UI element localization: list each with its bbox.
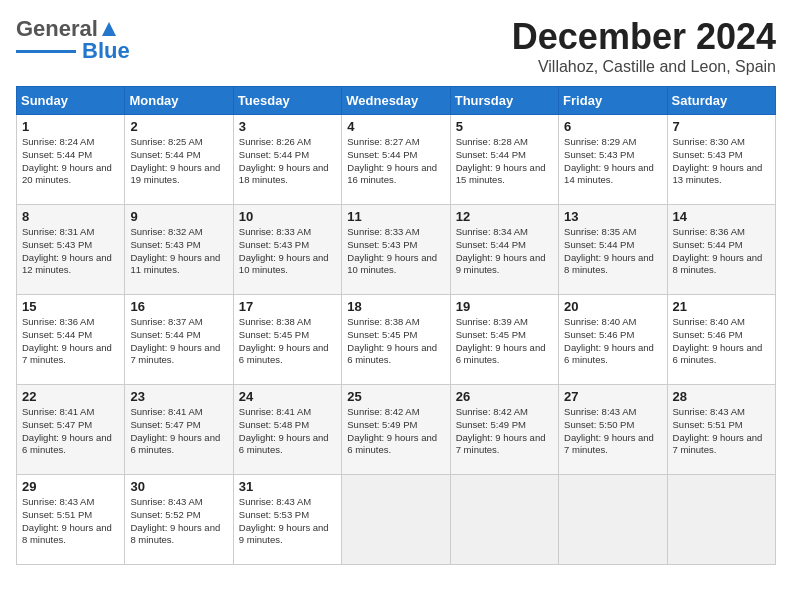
day-info: Sunrise: 8:40 AM Sunset: 5:46 PM Dayligh… bbox=[673, 316, 770, 367]
logo: General Blue bbox=[16, 16, 130, 64]
day-number: 26 bbox=[456, 389, 553, 404]
day-number: 31 bbox=[239, 479, 336, 494]
day-number: 12 bbox=[456, 209, 553, 224]
day-info: Sunrise: 8:43 AM Sunset: 5:52 PM Dayligh… bbox=[130, 496, 227, 547]
day-info: Sunrise: 8:30 AM Sunset: 5:43 PM Dayligh… bbox=[673, 136, 770, 187]
calendar-cell: 13Sunrise: 8:35 AM Sunset: 5:44 PM Dayli… bbox=[559, 205, 667, 295]
day-number: 28 bbox=[673, 389, 770, 404]
day-info: Sunrise: 8:29 AM Sunset: 5:43 PM Dayligh… bbox=[564, 136, 661, 187]
calendar-cell: 12Sunrise: 8:34 AM Sunset: 5:44 PM Dayli… bbox=[450, 205, 558, 295]
calendar-cell: 31Sunrise: 8:43 AM Sunset: 5:53 PM Dayli… bbox=[233, 475, 341, 565]
calendar-cell bbox=[559, 475, 667, 565]
calendar-week-3: 15Sunrise: 8:36 AM Sunset: 5:44 PM Dayli… bbox=[17, 295, 776, 385]
day-header-tuesday: Tuesday bbox=[233, 87, 341, 115]
day-info: Sunrise: 8:43 AM Sunset: 5:53 PM Dayligh… bbox=[239, 496, 336, 547]
day-info: Sunrise: 8:25 AM Sunset: 5:44 PM Dayligh… bbox=[130, 136, 227, 187]
day-header-monday: Monday bbox=[125, 87, 233, 115]
svg-marker-0 bbox=[102, 22, 116, 36]
calendar-week-4: 22Sunrise: 8:41 AM Sunset: 5:47 PM Dayli… bbox=[17, 385, 776, 475]
calendar-table: SundayMondayTuesdayWednesdayThursdayFrid… bbox=[16, 86, 776, 565]
day-number: 24 bbox=[239, 389, 336, 404]
day-number: 16 bbox=[130, 299, 227, 314]
day-info: Sunrise: 8:28 AM Sunset: 5:44 PM Dayligh… bbox=[456, 136, 553, 187]
day-info: Sunrise: 8:36 AM Sunset: 5:44 PM Dayligh… bbox=[22, 316, 119, 367]
calendar-cell: 2Sunrise: 8:25 AM Sunset: 5:44 PM Daylig… bbox=[125, 115, 233, 205]
day-info: Sunrise: 8:32 AM Sunset: 5:43 PM Dayligh… bbox=[130, 226, 227, 277]
day-number: 30 bbox=[130, 479, 227, 494]
day-info: Sunrise: 8:26 AM Sunset: 5:44 PM Dayligh… bbox=[239, 136, 336, 187]
day-number: 18 bbox=[347, 299, 444, 314]
day-header-friday: Friday bbox=[559, 87, 667, 115]
calendar-cell: 4Sunrise: 8:27 AM Sunset: 5:44 PM Daylig… bbox=[342, 115, 450, 205]
day-number: 23 bbox=[130, 389, 227, 404]
logo-icon bbox=[100, 20, 118, 38]
month-title: December 2024 bbox=[512, 16, 776, 58]
calendar-cell: 14Sunrise: 8:36 AM Sunset: 5:44 PM Dayli… bbox=[667, 205, 775, 295]
day-info: Sunrise: 8:41 AM Sunset: 5:47 PM Dayligh… bbox=[22, 406, 119, 457]
day-info: Sunrise: 8:38 AM Sunset: 5:45 PM Dayligh… bbox=[347, 316, 444, 367]
day-number: 9 bbox=[130, 209, 227, 224]
day-number: 15 bbox=[22, 299, 119, 314]
calendar-cell: 15Sunrise: 8:36 AM Sunset: 5:44 PM Dayli… bbox=[17, 295, 125, 385]
calendar-cell: 27Sunrise: 8:43 AM Sunset: 5:50 PM Dayli… bbox=[559, 385, 667, 475]
day-info: Sunrise: 8:31 AM Sunset: 5:43 PM Dayligh… bbox=[22, 226, 119, 277]
calendar-cell bbox=[342, 475, 450, 565]
calendar-week-1: 1Sunrise: 8:24 AM Sunset: 5:44 PM Daylig… bbox=[17, 115, 776, 205]
day-number: 6 bbox=[564, 119, 661, 134]
day-info: Sunrise: 8:27 AM Sunset: 5:44 PM Dayligh… bbox=[347, 136, 444, 187]
day-info: Sunrise: 8:43 AM Sunset: 5:51 PM Dayligh… bbox=[673, 406, 770, 457]
day-number: 27 bbox=[564, 389, 661, 404]
page-header: General Blue December 2024 Villahoz, Cas… bbox=[16, 16, 776, 76]
day-number: 20 bbox=[564, 299, 661, 314]
day-info: Sunrise: 8:36 AM Sunset: 5:44 PM Dayligh… bbox=[673, 226, 770, 277]
calendar-week-5: 29Sunrise: 8:43 AM Sunset: 5:51 PM Dayli… bbox=[17, 475, 776, 565]
calendar-cell: 26Sunrise: 8:42 AM Sunset: 5:49 PM Dayli… bbox=[450, 385, 558, 475]
day-number: 4 bbox=[347, 119, 444, 134]
calendar-cell: 16Sunrise: 8:37 AM Sunset: 5:44 PM Dayli… bbox=[125, 295, 233, 385]
day-number: 13 bbox=[564, 209, 661, 224]
day-number: 7 bbox=[673, 119, 770, 134]
day-number: 14 bbox=[673, 209, 770, 224]
logo-blue: Blue bbox=[82, 38, 130, 64]
day-info: Sunrise: 8:42 AM Sunset: 5:49 PM Dayligh… bbox=[347, 406, 444, 457]
day-number: 21 bbox=[673, 299, 770, 314]
day-info: Sunrise: 8:40 AM Sunset: 5:46 PM Dayligh… bbox=[564, 316, 661, 367]
calendar-cell bbox=[450, 475, 558, 565]
calendar-cell bbox=[667, 475, 775, 565]
day-number: 29 bbox=[22, 479, 119, 494]
day-header-thursday: Thursday bbox=[450, 87, 558, 115]
day-number: 2 bbox=[130, 119, 227, 134]
calendar-cell: 25Sunrise: 8:42 AM Sunset: 5:49 PM Dayli… bbox=[342, 385, 450, 475]
calendar-week-2: 8Sunrise: 8:31 AM Sunset: 5:43 PM Daylig… bbox=[17, 205, 776, 295]
calendar-cell: 3Sunrise: 8:26 AM Sunset: 5:44 PM Daylig… bbox=[233, 115, 341, 205]
day-info: Sunrise: 8:42 AM Sunset: 5:49 PM Dayligh… bbox=[456, 406, 553, 457]
day-info: Sunrise: 8:35 AM Sunset: 5:44 PM Dayligh… bbox=[564, 226, 661, 277]
calendar-cell: 21Sunrise: 8:40 AM Sunset: 5:46 PM Dayli… bbox=[667, 295, 775, 385]
calendar-cell: 29Sunrise: 8:43 AM Sunset: 5:51 PM Dayli… bbox=[17, 475, 125, 565]
calendar-cell: 9Sunrise: 8:32 AM Sunset: 5:43 PM Daylig… bbox=[125, 205, 233, 295]
day-info: Sunrise: 8:33 AM Sunset: 5:43 PM Dayligh… bbox=[239, 226, 336, 277]
title-section: December 2024 Villahoz, Castille and Leo… bbox=[512, 16, 776, 76]
day-number: 5 bbox=[456, 119, 553, 134]
day-number: 10 bbox=[239, 209, 336, 224]
day-number: 17 bbox=[239, 299, 336, 314]
day-info: Sunrise: 8:43 AM Sunset: 5:50 PM Dayligh… bbox=[564, 406, 661, 457]
day-info: Sunrise: 8:24 AM Sunset: 5:44 PM Dayligh… bbox=[22, 136, 119, 187]
calendar-cell: 28Sunrise: 8:43 AM Sunset: 5:51 PM Dayli… bbox=[667, 385, 775, 475]
calendar-header-row: SundayMondayTuesdayWednesdayThursdayFrid… bbox=[17, 87, 776, 115]
day-info: Sunrise: 8:39 AM Sunset: 5:45 PM Dayligh… bbox=[456, 316, 553, 367]
day-info: Sunrise: 8:41 AM Sunset: 5:47 PM Dayligh… bbox=[130, 406, 227, 457]
day-number: 19 bbox=[456, 299, 553, 314]
day-info: Sunrise: 8:43 AM Sunset: 5:51 PM Dayligh… bbox=[22, 496, 119, 547]
calendar-cell: 11Sunrise: 8:33 AM Sunset: 5:43 PM Dayli… bbox=[342, 205, 450, 295]
day-header-wednesday: Wednesday bbox=[342, 87, 450, 115]
location: Villahoz, Castille and Leon, Spain bbox=[512, 58, 776, 76]
day-header-saturday: Saturday bbox=[667, 87, 775, 115]
day-info: Sunrise: 8:41 AM Sunset: 5:48 PM Dayligh… bbox=[239, 406, 336, 457]
calendar-cell: 6Sunrise: 8:29 AM Sunset: 5:43 PM Daylig… bbox=[559, 115, 667, 205]
calendar-cell: 18Sunrise: 8:38 AM Sunset: 5:45 PM Dayli… bbox=[342, 295, 450, 385]
day-info: Sunrise: 8:37 AM Sunset: 5:44 PM Dayligh… bbox=[130, 316, 227, 367]
day-number: 3 bbox=[239, 119, 336, 134]
day-info: Sunrise: 8:38 AM Sunset: 5:45 PM Dayligh… bbox=[239, 316, 336, 367]
day-number: 8 bbox=[22, 209, 119, 224]
